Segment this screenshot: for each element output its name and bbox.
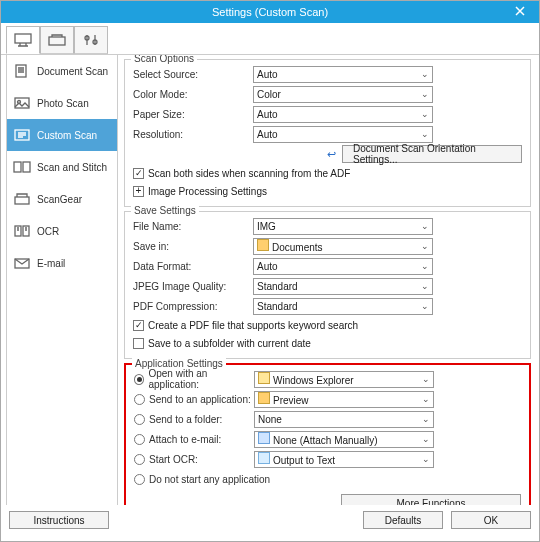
custom-scan-icon	[13, 128, 31, 142]
attach-to-email-radio[interactable]	[134, 434, 145, 445]
sliders-icon	[81, 33, 101, 47]
do-not-start-radio[interactable]	[134, 474, 145, 485]
tab-scan-from-computer[interactable]	[6, 26, 40, 54]
chevron-down-icon: ⌄	[421, 301, 429, 311]
start-ocr-label: Start OCR:	[149, 454, 198, 465]
chevron-down-icon: ⌄	[422, 394, 430, 404]
send-to-application-radio[interactable]	[134, 394, 145, 405]
ocr-icon	[13, 224, 31, 238]
chevron-down-icon: ⌄	[421, 109, 429, 119]
document-icon	[13, 64, 31, 78]
instructions-button[interactable]: Instructions	[9, 511, 109, 529]
scan-both-sides-checkbox[interactable]: ✓	[133, 168, 144, 179]
email-icon	[13, 256, 31, 270]
save-subfolder-checkbox[interactable]	[133, 338, 144, 349]
window-titlebar: Settings (Custom Scan)	[1, 1, 539, 23]
preview-icon	[258, 392, 270, 404]
image-processing-label: Image Processing Settings	[148, 186, 267, 197]
file-name-combo[interactable]: IMG⌄	[253, 218, 433, 235]
more-functions-button[interactable]: More Functions	[341, 494, 521, 505]
chevron-down-icon: ⌄	[421, 69, 429, 79]
attach-to-email-label: Attach to e-mail:	[149, 434, 221, 445]
stitch-icon	[13, 160, 31, 174]
ocr-output-icon	[258, 452, 270, 464]
orientation-settings-button[interactable]: Document Scan Orientation Settings...	[342, 145, 522, 163]
send-to-folder-label: Send to a folder:	[149, 414, 222, 425]
sidebar-item-label: Custom Scan	[37, 130, 97, 141]
defaults-button[interactable]: Defaults	[363, 511, 443, 529]
svg-rect-0	[15, 34, 31, 43]
save-subfolder-label: Save to a subfolder with current date	[148, 338, 311, 349]
sidebar-item-ocr[interactable]: OCR	[7, 215, 117, 247]
sidebar-item-label: Scan and Stitch	[37, 162, 107, 173]
chevron-down-icon: ⌄	[422, 414, 430, 424]
tab-scan-from-panel[interactable]	[40, 26, 74, 54]
chevron-down-icon: ⌄	[421, 89, 429, 99]
start-ocr-combo[interactable]: Output to Text⌄	[254, 451, 434, 468]
chevron-down-icon: ⌄	[422, 454, 430, 464]
save-settings-group: Save Settings File Name: IMG⌄ Save in: D…	[124, 211, 531, 359]
send-to-application-label: Send to an application:	[149, 394, 251, 405]
start-ocr-radio[interactable]	[134, 454, 145, 465]
mail-icon	[258, 432, 270, 444]
save-in-combo[interactable]: Documents⌄	[253, 238, 433, 255]
send-to-folder-radio[interactable]	[134, 414, 145, 425]
scanner-icon	[47, 33, 67, 47]
chevron-down-icon: ⌄	[421, 281, 429, 291]
open-with-application-radio[interactable]	[134, 374, 144, 385]
sidebar-item-scan-and-stitch[interactable]: Scan and Stitch	[7, 151, 117, 183]
select-source-label: Select Source:	[133, 69, 253, 80]
restore-default-icon[interactable]: ↩	[327, 148, 336, 161]
photo-icon	[13, 96, 31, 110]
sidebar-item-document-scan[interactable]: Document Scan	[7, 55, 117, 87]
scan-both-sides-label: Scan both sides when scanning from the A…	[148, 168, 350, 179]
chevron-down-icon: ⌄	[421, 261, 429, 271]
paper-size-label: Paper Size:	[133, 109, 253, 120]
sidebar-item-label: OCR	[37, 226, 59, 237]
close-button[interactable]	[505, 3, 535, 19]
resolution-combo[interactable]: Auto⌄	[253, 126, 433, 143]
sidebar-item-scangear[interactable]: ScanGear	[7, 183, 117, 215]
sidebar-item-email[interactable]: E-mail	[7, 247, 117, 279]
sidebar: Document Scan Photo Scan Custom Scan Sca…	[6, 55, 118, 505]
data-format-combo[interactable]: Auto⌄	[253, 258, 433, 275]
sidebar-item-photo-scan[interactable]: Photo Scan	[7, 87, 117, 119]
folder-icon	[257, 239, 269, 251]
scan-options-group: Scan Options Select Source: Auto⌄ Color …	[124, 59, 531, 207]
monitor-icon	[13, 33, 33, 47]
content-area: Scan Options Select Source: Auto⌄ Color …	[118, 55, 539, 505]
expand-image-processing[interactable]: +	[133, 186, 144, 197]
svg-rect-8	[14, 162, 21, 172]
pdf-compression-combo[interactable]: Standard⌄	[253, 298, 433, 315]
paper-size-combo[interactable]: Auto⌄	[253, 106, 433, 123]
send-to-application-combo[interactable]: Preview⌄	[254, 391, 434, 408]
sidebar-item-custom-scan[interactable]: Custom Scan	[7, 119, 117, 151]
sidebar-item-label: ScanGear	[37, 194, 82, 205]
data-format-label: Data Format:	[133, 261, 253, 272]
jpeg-quality-combo[interactable]: Standard⌄	[253, 278, 433, 295]
chevron-down-icon: ⌄	[421, 221, 429, 231]
select-source-combo[interactable]: Auto⌄	[253, 66, 433, 83]
open-with-application-combo[interactable]: Windows Explorer⌄	[254, 371, 434, 388]
svg-rect-4	[16, 65, 26, 77]
do-not-start-label: Do not start any application	[149, 474, 270, 485]
color-mode-combo[interactable]: Color⌄	[253, 86, 433, 103]
send-to-folder-combo[interactable]: None⌄	[254, 411, 434, 428]
svg-rect-1	[49, 37, 65, 45]
svg-rect-10	[15, 197, 29, 204]
create-pdf-keyword-checkbox[interactable]: ✓	[133, 320, 144, 331]
scangear-icon	[13, 192, 31, 206]
save-in-label: Save in:	[133, 241, 253, 252]
tab-general-settings[interactable]	[74, 26, 108, 54]
chevron-down-icon: ⌄	[421, 129, 429, 139]
application-settings-legend: Application Settings	[132, 358, 226, 369]
top-tab-strip	[1, 23, 539, 55]
ok-button[interactable]: OK	[451, 511, 531, 529]
jpeg-quality-label: JPEG Image Quality:	[133, 281, 253, 292]
sidebar-item-label: Photo Scan	[37, 98, 89, 109]
color-mode-label: Color Mode:	[133, 89, 253, 100]
scan-options-legend: Scan Options	[131, 55, 197, 64]
create-pdf-keyword-label: Create a PDF file that supports keyword …	[148, 320, 358, 331]
attach-to-email-combo[interactable]: None (Attach Manually)⌄	[254, 431, 434, 448]
file-name-label: File Name:	[133, 221, 253, 232]
